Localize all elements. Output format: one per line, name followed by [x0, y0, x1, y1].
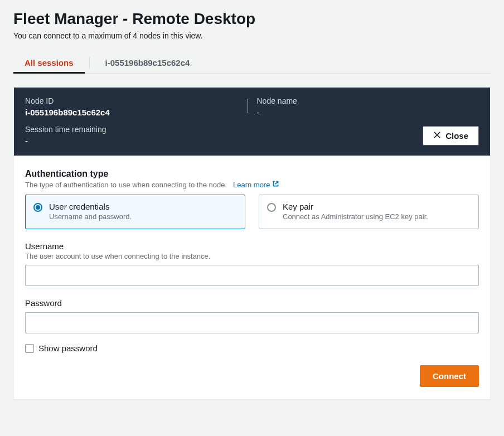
tab-divider	[89, 57, 90, 69]
show-password-label: Show password	[38, 343, 98, 353]
header-separator	[248, 99, 248, 113]
show-password-checkbox[interactable]	[25, 344, 34, 353]
close-icon	[433, 131, 441, 141]
close-button[interactable]: Close	[423, 126, 479, 146]
username-desc: The user account to use when connecting …	[25, 252, 479, 260]
password-label: Password	[25, 298, 479, 308]
auth-option-desc: Connect as Administrator using EC2 key p…	[283, 212, 428, 221]
auth-option-desc: Username and password.	[49, 212, 132, 221]
page-title: Fleet Manager - Remote Desktop	[13, 10, 491, 28]
auth-options: User credentials Username and password. …	[25, 195, 479, 229]
auth-option-user-credentials[interactable]: User credentials Username and password.	[25, 195, 245, 229]
radio-icon	[33, 203, 42, 212]
username-label: Username	[25, 241, 479, 251]
node-id-value: i-055196b89c15c62c4	[25, 108, 248, 117]
node-name-value: -	[257, 108, 479, 117]
tabs: All sessions i-055196b89c15c62c4	[13, 52, 491, 74]
learn-more-link[interactable]: Learn more	[233, 180, 279, 189]
auth-option-title: User credentials	[49, 202, 132, 211]
session-time-label: Session time remaining	[25, 125, 106, 134]
auth-option-key-pair[interactable]: Key pair Connect as Administrator using …	[259, 195, 479, 229]
session-time-value: -	[25, 136, 106, 146]
close-button-label: Close	[445, 131, 468, 141]
auth-section-title: Authentication type	[25, 169, 479, 179]
page-subtitle: You can connect to a maximum of 4 nodes …	[13, 31, 491, 40]
username-input[interactable]	[25, 265, 479, 286]
connect-button[interactable]: Connect	[420, 365, 479, 387]
node-id-label: Node ID	[25, 96, 248, 105]
session-panel-body: Authentication type The type of authenti…	[14, 156, 490, 399]
password-input[interactable]	[25, 312, 479, 333]
auth-option-title: Key pair	[283, 202, 428, 211]
tab-node[interactable]: i-055196b89c15c62c4	[94, 52, 201, 73]
radio-icon	[267, 203, 276, 212]
session-panel-header: Node ID i-055196b89c15c62c4 Node name - …	[14, 88, 490, 156]
node-name-label: Node name	[257, 96, 479, 105]
session-panel: Node ID i-055196b89c15c62c4 Node name - …	[13, 87, 491, 400]
auth-section-desc: The type of authentication to use when c…	[25, 180, 479, 189]
tab-all-sessions[interactable]: All sessions	[13, 52, 85, 73]
external-link-icon	[272, 180, 279, 189]
